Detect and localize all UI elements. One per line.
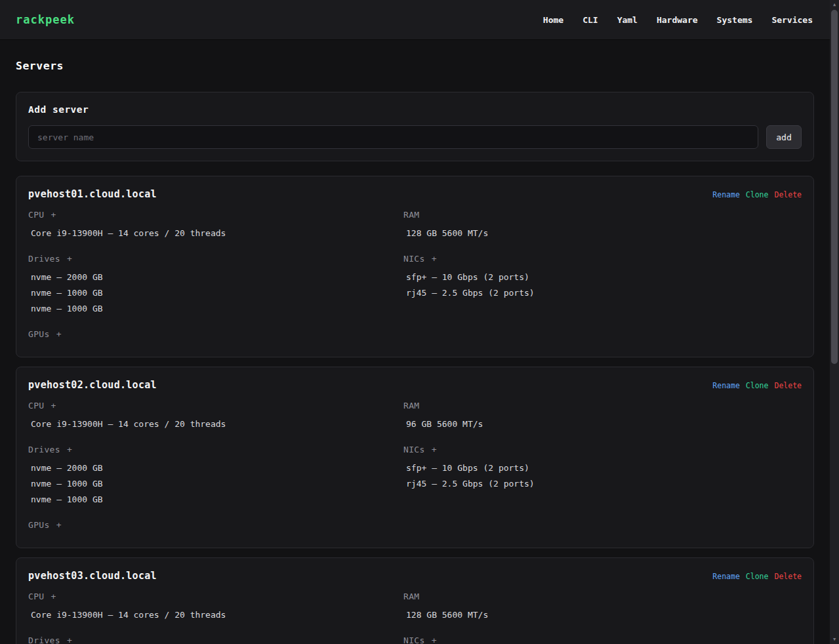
- cpu-value: Core i9-13900H — 14 cores / 20 threads: [28, 226, 403, 241]
- ram-value: 128 GB 5600 MT/s: [403, 226, 802, 241]
- ram-label-text: RAM: [403, 401, 419, 411]
- server-card-header: pvehost02.cloud.local Rename Clone Delet…: [28, 379, 802, 391]
- add-cpu-button[interactable]: +: [50, 592, 58, 601]
- clone-button[interactable]: Clone: [746, 190, 769, 199]
- ram-label: RAM: [403, 209, 802, 220]
- ram-section: RAM 96 GB 5600 MT/s: [403, 400, 802, 432]
- nics-label-text: NICs: [403, 635, 425, 644]
- add-nic-button[interactable]: +: [430, 635, 438, 644]
- drives-label: Drives +: [28, 444, 403, 455]
- drives-label-text: Drives: [28, 254, 60, 264]
- ram-value: 96 GB 5600 MT/s: [403, 416, 802, 432]
- ram-section: RAM 128 GB 5600 MT/s: [403, 209, 802, 241]
- drive-item: nvme — 1000 GB: [28, 285, 403, 301]
- rename-button[interactable]: Rename: [712, 572, 740, 581]
- cpu-label-text: CPU: [28, 401, 44, 411]
- rename-button[interactable]: Rename: [712, 190, 740, 199]
- server-card: pvehost02.cloud.local Rename Clone Delet…: [16, 367, 814, 548]
- add-drive-button[interactable]: +: [66, 254, 73, 264]
- nic-item: sfp+ — 10 Gbps (2 ports): [403, 460, 802, 476]
- scroll-down-icon[interactable]: ▼: [830, 635, 839, 644]
- clone-button[interactable]: Clone: [746, 381, 769, 390]
- cpu-value: Core i9-13900H — 14 cores / 20 threads: [28, 607, 403, 623]
- nav-cli[interactable]: CLI: [583, 15, 598, 25]
- cpu-value: Core i9-13900H — 14 cores / 20 threads: [28, 416, 403, 432]
- add-drive-button[interactable]: +: [66, 445, 73, 454]
- cpu-label: CPU +: [28, 209, 403, 220]
- drives-label: Drives +: [28, 635, 403, 644]
- delete-button[interactable]: Delete: [774, 572, 802, 581]
- rename-button[interactable]: Rename: [712, 381, 740, 390]
- ram-label-text: RAM: [403, 592, 419, 601]
- page-title: Servers: [16, 60, 814, 72]
- add-cpu-button[interactable]: +: [50, 401, 58, 411]
- cpu-section: CPU + Core i9-13900H — 14 cores / 20 thr…: [28, 400, 403, 432]
- specs-right-column: RAM 128 GB 5600 MT/s NICs + sfp+ — 10 Gb…: [403, 209, 802, 345]
- drive-item: nvme — 2000 GB: [28, 270, 403, 285]
- drive-item: nvme — 1000 GB: [28, 301, 403, 317]
- gpus-section: GPUs +: [28, 329, 403, 340]
- server-card-header: pvehost03.cloud.local Rename Clone Delet…: [28, 570, 802, 582]
- cpu-section: CPU + Core i9-13900H — 14 cores / 20 thr…: [28, 209, 403, 241]
- clone-button[interactable]: Clone: [746, 572, 769, 581]
- scroll-up-icon[interactable]: ▲: [830, 0, 839, 9]
- nav-systems[interactable]: Systems: [717, 15, 753, 25]
- app-logo[interactable]: rackpeek: [16, 13, 75, 26]
- add-nic-button[interactable]: +: [430, 445, 438, 454]
- drives-list: nvme — 2000 GBnvme — 1000 GBnvme — 1000 …: [28, 460, 403, 508]
- cpu-label: CPU +: [28, 591, 403, 602]
- drives-section: Drives + nvme — 2000 GBnvme — 1000 GBnvm…: [28, 253, 403, 317]
- server-name-input[interactable]: [28, 125, 758, 149]
- delete-button[interactable]: Delete: [774, 190, 802, 199]
- drive-item: nvme — 1000 GB: [28, 492, 403, 508]
- nics-section: NICs + sfp+ — 10 Gbps (2 ports)rj45 — 2.…: [403, 444, 802, 492]
- nav-home[interactable]: Home: [543, 15, 563, 25]
- specs-left-column: CPU + Core i9-13900H — 14 cores / 20 thr…: [28, 591, 403, 644]
- server-actions: Rename Clone Delete: [712, 381, 802, 390]
- add-nic-button[interactable]: +: [430, 254, 438, 264]
- drives-section: Drives + nvme — 2000 GB: [28, 635, 403, 644]
- specs-right-column: RAM 96 GB 5600 MT/s NICs + sfp+ — 10 Gbp…: [403, 400, 802, 536]
- main-nav: HomeCLIYamlHardwareSystemsServices: [543, 15, 813, 25]
- add-server-button[interactable]: add: [766, 125, 802, 149]
- server-name: pvehost02.cloud.local: [28, 379, 157, 391]
- gpus-label: GPUs +: [28, 329, 403, 340]
- add-server-title: Add server: [28, 104, 802, 115]
- main-content: Servers Add server add pvehost01.cloud.l…: [0, 40, 830, 644]
- add-server-row: add: [28, 125, 802, 149]
- nic-item: sfp+ — 10 Gbps (2 ports): [403, 270, 802, 285]
- cpu-label-text: CPU: [28, 592, 44, 601]
- nics-label-text: NICs: [403, 445, 425, 454]
- ram-label: RAM: [403, 400, 802, 411]
- server-name: pvehost03.cloud.local: [28, 570, 157, 582]
- gpus-label-text: GPUs: [28, 520, 50, 530]
- nics-section: NICs + sfp+ — 10 Gbps (2 ports): [403, 635, 802, 644]
- add-drive-button[interactable]: +: [66, 635, 73, 644]
- nic-item: rj45 — 2.5 Gbps (2 ports): [403, 285, 802, 301]
- nics-label: NICs +: [403, 444, 802, 455]
- nav-services[interactable]: Services: [771, 15, 813, 25]
- nics-label-text: NICs: [403, 254, 425, 264]
- nics-list: sfp+ — 10 Gbps (2 ports)rj45 — 2.5 Gbps …: [403, 270, 802, 301]
- delete-button[interactable]: Delete: [774, 381, 802, 390]
- cpu-label-text: CPU: [28, 210, 44, 220]
- server-card: pvehost03.cloud.local Rename Clone Delet…: [16, 557, 814, 644]
- ram-value: 128 GB 5600 MT/s: [403, 607, 802, 623]
- cpu-label: CPU +: [28, 400, 403, 411]
- server-actions: Rename Clone Delete: [712, 572, 802, 581]
- nics-label: NICs +: [403, 635, 802, 644]
- nav-hardware[interactable]: Hardware: [657, 15, 698, 25]
- add-server-card: Add server add: [16, 92, 814, 161]
- gpus-section: GPUs +: [28, 519, 403, 531]
- nav-yaml[interactable]: Yaml: [617, 15, 638, 25]
- add-gpu-button[interactable]: +: [55, 329, 63, 339]
- add-cpu-button[interactable]: +: [50, 210, 58, 220]
- add-gpu-button[interactable]: +: [55, 520, 63, 530]
- drives-label-text: Drives: [28, 445, 60, 454]
- specs-right-column: RAM 128 GB 5600 MT/s NICs + sfp+ — 10 Gb…: [403, 591, 802, 644]
- ram-label: RAM: [403, 591, 802, 602]
- specs-left-column: CPU + Core i9-13900H — 14 cores / 20 thr…: [28, 400, 403, 536]
- scrollbar-thumb[interactable]: [831, 10, 838, 364]
- scrollbar[interactable]: ▲ ▼: [830, 0, 839, 644]
- drive-item: nvme — 1000 GB: [28, 476, 403, 492]
